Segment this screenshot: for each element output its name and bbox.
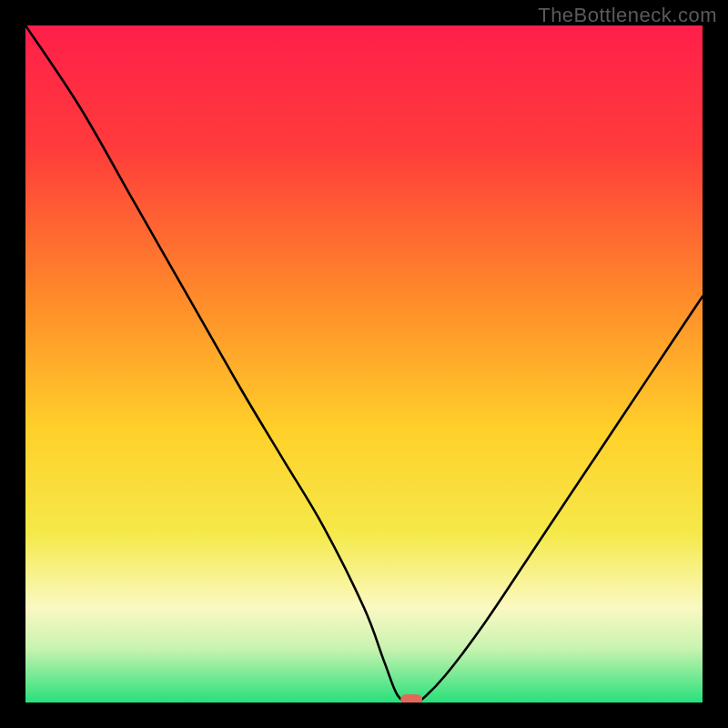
bottleneck-plot — [25, 25, 703, 703]
gradient-background — [25, 25, 703, 703]
optimal-marker — [400, 694, 422, 703]
chart-frame: TheBottleneck.com — [0, 0, 728, 728]
plot-svg — [25, 25, 703, 703]
watermark-text: TheBottleneck.com — [538, 4, 717, 27]
